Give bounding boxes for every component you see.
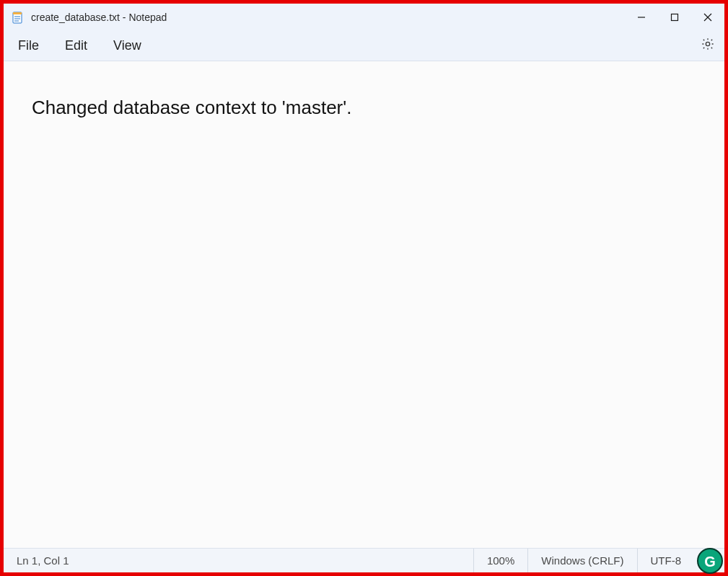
status-cursor-position: Ln 1, Col 1 — [4, 549, 82, 572]
text-editor[interactable]: Changed database context to 'master'. — [4, 61, 724, 548]
menu-bar: File Edit View — [4, 31, 724, 61]
status-bar: Ln 1, Col 1 100% Windows (CRLF) UTF-8 G — [4, 548, 724, 572]
editor-content: Changed database context to 'master'. — [32, 97, 352, 118]
menu-edit[interactable]: Edit — [55, 34, 97, 58]
settings-button[interactable] — [696, 34, 720, 58]
grammarly-icon: G — [704, 554, 716, 570]
notepad-window: create_database.txt - Notepad File Edit … — [0, 0, 728, 576]
minimize-button[interactable] — [625, 4, 658, 31]
menu-file[interactable]: File — [8, 34, 49, 58]
svg-rect-6 — [672, 14, 678, 21]
maximize-button[interactable] — [658, 4, 691, 31]
status-line-ending: Windows (CRLF) — [527, 549, 636, 572]
status-zoom[interactable]: 100% — [473, 549, 527, 572]
title-bar[interactable]: create_database.txt - Notepad — [4, 4, 724, 31]
gear-icon — [701, 37, 715, 55]
window-controls — [625, 4, 724, 31]
grammarly-badge[interactable]: G — [697, 548, 723, 574]
svg-rect-1 — [13, 12, 22, 14]
window-title: create_database.txt - Notepad — [31, 12, 167, 23]
svg-point-9 — [706, 42, 709, 45]
close-button[interactable] — [691, 4, 724, 31]
notepad-app-icon — [11, 11, 24, 24]
menu-view[interactable]: View — [103, 34, 152, 58]
